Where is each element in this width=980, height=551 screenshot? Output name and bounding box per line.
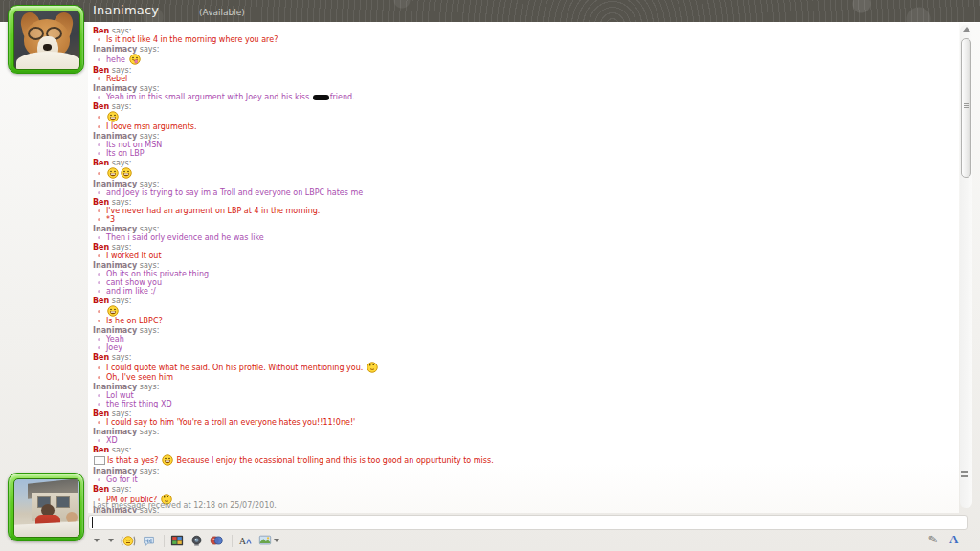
message-line: Rebel	[93, 75, 955, 83]
message-group: Ben says:Is it not like 4 in the morning…	[93, 27, 955, 44]
emoticon-picker[interactable]	[92, 539, 100, 542]
sender-line: Inanimacy says:	[93, 132, 955, 141]
sender-line: Ben says:	[93, 159, 955, 167]
message-group: Ben says:Is that a yes? Because I enjoy …	[93, 446, 955, 466]
webcam-button[interactable]	[190, 535, 203, 547]
bullet-icon	[98, 58, 100, 61]
scrollbar-thumb[interactable]	[961, 38, 971, 178]
message-line: Yeah	[93, 335, 955, 343]
message-line: XD	[93, 436, 955, 445]
bullet-icon	[98, 281, 100, 284]
bullet-icon	[98, 236, 100, 239]
message-text: hehe	[106, 55, 128, 64]
voice-clip-icon	[143, 535, 155, 547]
bullet-icon	[98, 254, 100, 257]
games-button[interactable]	[210, 534, 223, 547]
contact-status: (Available)	[199, 8, 245, 17]
scroll-up-arrow[interactable]	[963, 27, 970, 32]
message-line: Yeah im in this small argument with Joey…	[93, 93, 955, 101]
grin-emoticon	[162, 454, 173, 466]
bullet-icon	[98, 152, 100, 155]
censor-scribble	[313, 95, 329, 100]
background-picker[interactable]	[258, 534, 279, 547]
conversation-titlebar: Inanimacy (Available)	[0, 0, 980, 23]
message-group: Inanimacy says:Oh its on this private th…	[93, 261, 955, 296]
pencil-icon[interactable]: ✎	[927, 532, 939, 546]
message-line: I could quote what he said. On his profi…	[93, 362, 955, 373]
message-line: Go for it	[93, 475, 955, 484]
nudge-button[interactable]	[121, 535, 136, 547]
message-line: Is it not like 4 in the morning where yo…	[93, 35, 955, 44]
svg-text:A: A	[239, 536, 246, 546]
chevron-down-icon[interactable]	[274, 539, 279, 542]
bullet-icon	[98, 310, 100, 313]
text-caret	[92, 517, 93, 528]
message-group: Inanimacy says:Go for it	[93, 467, 955, 484]
bullet-icon	[98, 376, 100, 379]
message-group: Ben says:Is he on LBPC?	[93, 297, 955, 325]
bullet-icon	[98, 421, 100, 424]
bullet-icon	[98, 209, 100, 212]
bullet-icon	[98, 38, 100, 41]
toolbar-separator	[232, 535, 233, 547]
message-line: I loove msn arguments.	[93, 122, 955, 131]
message-text: Its not on MSN	[106, 141, 162, 149]
sender-line: Ben says:	[93, 446, 955, 454]
input-toolbar: A	[92, 532, 286, 549]
message-line: Is that a yes? Because I enjoy the ocass…	[93, 454, 955, 466]
message-group: Inanimacy says:Then i said orly evidence…	[93, 225, 955, 242]
bullet-icon	[98, 366, 100, 369]
bullet-icon	[98, 172, 100, 175]
text-a-icon[interactable]: A	[949, 532, 958, 547]
scrollbar-grip-icon	[964, 103, 969, 109]
person-outdoors-photo	[13, 478, 80, 538]
photos-button[interactable]	[170, 534, 184, 547]
message-line: and Joey is trying to say im a Troll and…	[93, 188, 955, 197]
bullet-icon	[98, 116, 100, 119]
sender-line: Inanimacy says:	[93, 467, 955, 475]
winks-picker[interactable]	[106, 539, 114, 542]
bullet-icon	[98, 403, 100, 406]
toolbar-separator	[164, 535, 165, 547]
message-group: Ben says:	[93, 159, 955, 179]
message-text: Then i said orly evidence and he was lik…	[106, 233, 264, 242]
bullet-icon	[98, 273, 100, 276]
message-group: Inanimacy says:and Joey is trying to say…	[93, 180, 955, 197]
sender-line: Inanimacy says:	[93, 180, 955, 188]
font-icon: A	[238, 534, 252, 547]
sender-line: Ben says:	[93, 353, 955, 362]
message-text: Oh, I've seen him	[106, 373, 173, 382]
message-text: cant show you	[106, 278, 162, 287]
message-line	[93, 167, 955, 179]
message-line: Oh, I've seen him	[93, 373, 955, 382]
sender-line: Inanimacy says:	[93, 45, 955, 54]
message-text: Yeah im in this small argument with Joey…	[106, 93, 312, 101]
self-display-picture[interactable]	[8, 473, 84, 541]
chevron-down-icon[interactable]	[94, 539, 100, 542]
message-text: and im like :/	[106, 287, 156, 296]
message-text: XD	[106, 436, 118, 445]
message-input[interactable]	[88, 515, 968, 530]
games-icon	[210, 534, 223, 547]
message-group: Ben says:I worked it out	[93, 243, 955, 260]
remote-display-picture[interactable]	[8, 5, 84, 74]
voice-clip-button[interactable]	[143, 535, 155, 547]
message-line: Oh its on this private thing	[93, 270, 955, 278]
font-button[interactable]: A	[238, 534, 252, 547]
bullet-icon	[98, 439, 100, 442]
splitter-grip-icon[interactable]	[961, 471, 969, 480]
corgi-dog-photo	[13, 11, 80, 70]
sender-line: Inanimacy says:	[93, 261, 955, 270]
message-text: Go for it	[106, 475, 138, 484]
photos-icon	[170, 534, 184, 547]
sender-line: Inanimacy says:	[93, 326, 955, 335]
message-group: Ben says:I've never had an argument on L…	[93, 198, 955, 224]
message-group: Inanimacy says:hehe	[93, 45, 955, 65]
chevron-down-icon[interactable]	[108, 539, 114, 542]
bullet-icon	[98, 143, 100, 146]
message-line	[93, 305, 955, 317]
message-text: I worked it out	[106, 252, 162, 260]
sender-line: Inanimacy says:	[93, 225, 955, 233]
sender-line: Inanimacy says:	[93, 428, 955, 436]
message-history[interactable]: Ben says:Is it not like 4 in the morning…	[88, 23, 959, 513]
